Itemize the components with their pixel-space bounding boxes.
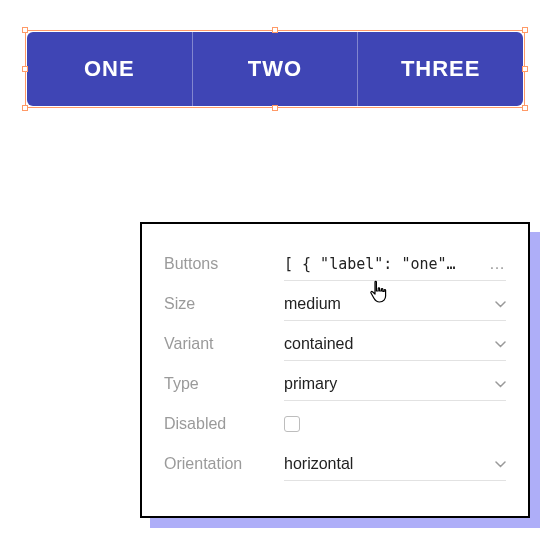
- chevron-down-icon: [489, 377, 506, 391]
- variant-select[interactable]: contained: [284, 327, 506, 361]
- type-select[interactable]: primary: [284, 367, 506, 401]
- resize-handle-top-right[interactable]: [522, 27, 528, 33]
- resize-handle-bot-right[interactable]: [522, 105, 528, 111]
- disabled-checkbox[interactable]: [284, 416, 300, 432]
- chevron-down-icon: [489, 297, 506, 311]
- type-value: primary: [284, 375, 489, 393]
- size-select[interactable]: medium: [284, 287, 506, 321]
- button-group[interactable]: ONE TWO THREE: [27, 32, 523, 106]
- button-two[interactable]: TWO: [192, 32, 358, 106]
- resize-handle-bot-left[interactable]: [22, 105, 28, 111]
- chevron-down-icon: [489, 337, 506, 351]
- button-three[interactable]: THREE: [357, 32, 523, 106]
- properties-panel: Buttons [ { "label": "one"… … Size mediu…: [140, 222, 530, 518]
- prop-label-orientation: Orientation: [164, 455, 284, 473]
- prop-label-type: Type: [164, 375, 284, 393]
- prop-row-buttons: Buttons [ { "label": "one"… …: [164, 244, 506, 284]
- resize-handle-top-left[interactable]: [22, 27, 28, 33]
- prop-label-size: Size: [164, 295, 284, 313]
- orientation-select[interactable]: horizontal: [284, 447, 506, 481]
- ellipsis-icon[interactable]: …: [483, 255, 506, 273]
- orientation-value: horizontal: [284, 455, 489, 473]
- buttons-code-value: [ { "label": "one"…: [284, 255, 483, 273]
- prop-row-disabled: Disabled: [164, 404, 506, 444]
- properties-panel-wrapper: Buttons [ { "label": "one"… … Size mediu…: [140, 222, 530, 518]
- prop-row-variant: Variant contained: [164, 324, 506, 364]
- buttons-code-field[interactable]: [ { "label": "one"… …: [284, 247, 506, 281]
- prop-label-variant: Variant: [164, 335, 284, 353]
- prop-label-disabled: Disabled: [164, 415, 284, 433]
- button-group-preview: ONE TWO THREE: [25, 30, 525, 108]
- chevron-down-icon: [489, 457, 506, 471]
- variant-value: contained: [284, 335, 489, 353]
- size-value: medium: [284, 295, 489, 313]
- button-one[interactable]: ONE: [27, 32, 192, 106]
- prop-row-orientation: Orientation horizontal: [164, 444, 506, 484]
- prop-label-buttons: Buttons: [164, 255, 284, 273]
- prop-row-size: Size medium: [164, 284, 506, 324]
- prop-row-type: Type primary: [164, 364, 506, 404]
